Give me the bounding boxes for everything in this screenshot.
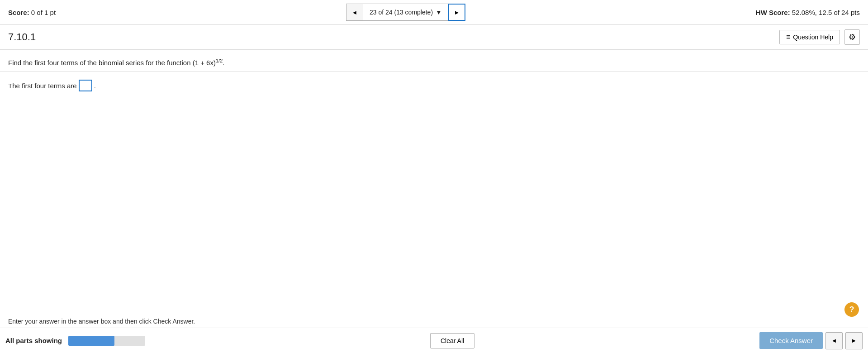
progress-bar-fill	[68, 336, 114, 346]
gear-icon: ⚙	[849, 32, 856, 42]
question-help-button[interactable]: ≡ Question Help	[779, 30, 840, 44]
question-area: Find the first four terms of the binomia…	[0, 50, 868, 72]
top-bar: Score: 0 of 1 pt ◄ 23 of 24 (13 complete…	[0, 0, 868, 25]
hw-score-display: HW Score: 52.08%, 12.5 of 24 pts	[756, 9, 860, 16]
bottom-prev-button[interactable]: ◄	[825, 332, 843, 349]
check-answer-button[interactable]: Check Answer	[759, 332, 823, 349]
question-help-label: Question Help	[793, 33, 833, 41]
bottom-next-button[interactable]: ►	[845, 332, 863, 349]
section-number: 7.10.1	[8, 31, 36, 43]
answer-line: The first four terms are .	[8, 80, 860, 91]
list-icon: ≡	[786, 33, 790, 41]
progress-bar-container	[68, 336, 145, 346]
bottom-bar-center: Clear All	[430, 333, 474, 348]
hw-score-label: HW Score:	[756, 9, 790, 16]
question-exponent: 1/2	[216, 58, 223, 63]
question-text-before: Find the first four terms of the binomia…	[8, 59, 216, 67]
bottom-bar: All parts showing Clear All Check Answer…	[0, 328, 868, 353]
clear-all-button[interactable]: Clear All	[430, 333, 474, 348]
section-header: 7.10.1 ≡ Question Help ⚙	[0, 25, 868, 50]
score-value: 0 of 1 pt	[31, 9, 56, 16]
next-nav-button[interactable]: ►	[448, 4, 465, 21]
bottom-instruction: Enter your answer in the answer box and …	[0, 313, 868, 328]
score-display: Score: 0 of 1 pt	[8, 9, 56, 16]
bottom-bar-right: Check Answer ◄ ►	[759, 332, 863, 349]
question-text-after: .	[223, 59, 224, 67]
answer-input[interactable]	[79, 80, 92, 91]
answer-area: The first four terms are .	[0, 72, 868, 206]
instruction-text: Enter your answer in the answer box and …	[8, 318, 195, 325]
hw-score-value: 52.08%, 12.5 of 24 pts	[792, 9, 860, 16]
navigation-center: ◄ 23 of 24 (13 complete) ▼ ►	[346, 4, 465, 21]
answer-prompt: The first four terms are	[8, 82, 77, 90]
score-label: Score:	[8, 9, 29, 16]
section-header-right: ≡ Question Help ⚙	[779, 29, 860, 45]
progress-label: 23 of 24 (13 complete) ▼	[363, 4, 448, 21]
prev-nav-button[interactable]: ◄	[346, 4, 363, 21]
answer-period: .	[94, 82, 96, 90]
settings-button[interactable]: ⚙	[844, 29, 860, 45]
help-button[interactable]: ?	[844, 302, 859, 317]
bottom-bar-left: All parts showing	[5, 336, 145, 346]
question-text: Find the first four terms of the binomia…	[8, 58, 860, 67]
help-icon: ?	[849, 305, 854, 315]
progress-text: 23 of 24 (13 complete)	[370, 9, 433, 16]
all-parts-label: All parts showing	[5, 337, 62, 344]
dropdown-icon: ▼	[436, 9, 442, 16]
